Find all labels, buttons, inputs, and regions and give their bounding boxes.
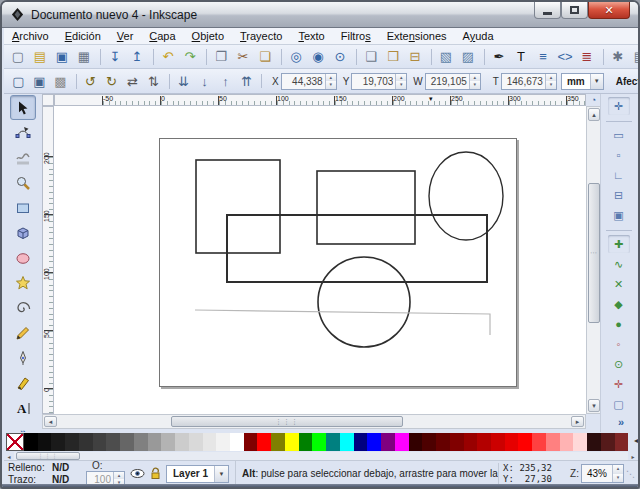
snap-cusp-nodes[interactable]: ◆ (607, 294, 631, 314)
zoom-up-icon[interactable]: ▴ (613, 465, 623, 474)
raise-to-top-button[interactable]: ⇈ (236, 71, 257, 92)
rectangle-tool[interactable] (10, 195, 36, 220)
pen-tool[interactable] (10, 345, 36, 370)
flip-horizontal-button[interactable]: ⇄ (122, 71, 143, 92)
palette-swatch[interactable] (546, 433, 560, 451)
menu-edicion[interactable]: Edición (57, 29, 109, 43)
menu-texto[interactable]: Texto (290, 29, 332, 43)
snap-master-toggle[interactable]: ✛ (607, 96, 631, 116)
palette-swatch[interactable] (532, 433, 546, 451)
box3d-tool[interactable] (10, 220, 36, 245)
palette-swatch[interactable] (354, 433, 368, 451)
print-button[interactable]: ▦ (73, 46, 95, 68)
palette-scrollbar-right-icon[interactable]: ▸ (628, 452, 638, 460)
lower-button[interactable]: ↓ (194, 71, 215, 92)
undo-button[interactable]: ↶ (157, 46, 179, 68)
scroll-right-icon[interactable]: ▸ (571, 416, 584, 427)
snap-nodes-toggle[interactable]: ✚ (607, 234, 631, 254)
menu-archivo[interactable]: Archivo (4, 29, 57, 43)
align-dialog-button[interactable]: ≣ (576, 46, 598, 68)
palette-swatch[interactable] (244, 433, 258, 451)
snap-bbox-edges[interactable]: ▫ (607, 145, 631, 165)
palette-swatch[interactable] (587, 433, 601, 451)
scroll-up-icon[interactable]: ▴ (588, 108, 600, 121)
palette-swatch[interactable] (381, 433, 395, 451)
snap-object-centers[interactable]: ⊙ (607, 354, 631, 374)
palette-swatch[interactable] (299, 433, 313, 451)
h-spin-down-icon[interactable]: ▾ (546, 81, 556, 89)
h-spin-up-icon[interactable]: ▴ (546, 74, 556, 82)
height-input[interactable] (502, 74, 545, 89)
palette-scrollbar-thumb[interactable]: ⋮⋮⋮ (16, 452, 80, 460)
palette-swatch[interactable] (491, 433, 505, 451)
drawing-svg[interactable] (54, 106, 586, 414)
export-button[interactable]: ↥ (126, 46, 148, 68)
snap-bbox-corners[interactable]: ∟ (607, 165, 631, 185)
duplicate-button[interactable]: ❑ (360, 46, 382, 68)
rotate-ccw-button[interactable]: ↺ (80, 71, 101, 92)
x-spin-up-icon[interactable]: ▴ (326, 74, 336, 82)
canvas[interactable] (54, 106, 586, 414)
opacity-up-icon[interactable]: ▴ (114, 472, 124, 480)
y-spin-down-icon[interactable]: ▾ (396, 81, 406, 89)
redo-button[interactable]: ↷ (179, 46, 201, 68)
selector-tool[interactable] (10, 95, 36, 120)
palette-swatch[interactable] (615, 433, 629, 451)
select-all-button[interactable]: ▢ (8, 71, 29, 92)
scroll-left-icon[interactable]: ◂ (44, 416, 57, 427)
fill-stroke-indicator[interactable]: Relleno: N/D Trazo: N/D (8, 462, 86, 486)
palette-swatch[interactable] (203, 433, 217, 451)
group-button[interactable]: ▧ (435, 46, 457, 68)
palette-swatch[interactable] (477, 433, 491, 451)
palette-swatch[interactable] (257, 433, 271, 451)
x-spin-down-icon[interactable]: ▾ (326, 81, 336, 89)
snap-path-intersections[interactable]: ✕ (607, 274, 631, 294)
no-color-swatch[interactable] (6, 433, 24, 451)
close-button[interactable]: ✕ (588, 2, 630, 19)
copy-button[interactable]: ❐ (210, 46, 232, 68)
zoom-drawing-button[interactable]: ◉ (307, 46, 329, 68)
snap-page-border[interactable]: ▢ (607, 394, 631, 414)
zoom-input[interactable] (582, 465, 612, 482)
node-tool[interactable] (10, 120, 36, 145)
palette-swatch[interactable] (24, 433, 38, 451)
menu-ver[interactable]: Ver (109, 29, 142, 43)
select-all-layers-button[interactable]: ▣ (29, 71, 50, 92)
preferences-button[interactable]: ✱ (607, 46, 629, 68)
palette-swatch[interactable] (230, 433, 244, 451)
palette-swatch[interactable] (148, 433, 162, 451)
palette-swatch[interactable] (464, 433, 478, 451)
snap-bounding-box[interactable]: ▭ (607, 125, 631, 145)
tweak-tool[interactable] (10, 145, 36, 170)
palette-swatch[interactable] (395, 433, 409, 451)
zoom-tool[interactable] (10, 170, 36, 195)
palette-swatch[interactable] (573, 433, 587, 451)
text-tool[interactable]: A (10, 395, 36, 420)
pencil-tool[interactable] (10, 320, 36, 345)
palette-swatch[interactable] (65, 433, 79, 451)
palette-swatch[interactable] (409, 433, 423, 451)
zoom-page-button[interactable]: ⊙ (329, 46, 351, 68)
cut-button[interactable]: ✂ (232, 46, 254, 68)
save-document-button[interactable]: ▣ (51, 46, 73, 68)
w-spin-down-icon[interactable]: ▾ (470, 81, 480, 89)
v-scroll-thumb[interactable]: ⋯ (588, 183, 600, 323)
menu-ayuda[interactable]: Ayuda (455, 29, 502, 43)
palette-scroll-left-icon[interactable]: ◂ (634, 436, 638, 445)
layer-visibility-icon[interactable] (130, 468, 145, 479)
menu-filtros[interactable]: Filtros (333, 29, 379, 43)
maximize-button[interactable] (561, 2, 588, 19)
menu-trayecto[interactable]: Trayecto (232, 29, 290, 43)
spiral-tool[interactable] (10, 295, 36, 320)
paste-button[interactable]: ❏ (254, 46, 276, 68)
width-input[interactable] (426, 74, 469, 89)
flip-vertical-button[interactable]: ⇅ (143, 71, 164, 92)
h-scroll-thumb[interactable]: ⋮⋮⋮ (171, 416, 403, 427)
palette-swatch[interactable] (312, 433, 326, 451)
snapbar-overflow-icon[interactable]: » (618, 416, 624, 428)
new-document-button[interactable]: ▢ (7, 46, 29, 68)
zoom-selection-button[interactable]: ◎ (285, 46, 307, 68)
palette-swatch[interactable] (271, 433, 285, 451)
palette-swatch[interactable] (189, 433, 203, 451)
text-dialog-button[interactable]: T (510, 46, 532, 68)
